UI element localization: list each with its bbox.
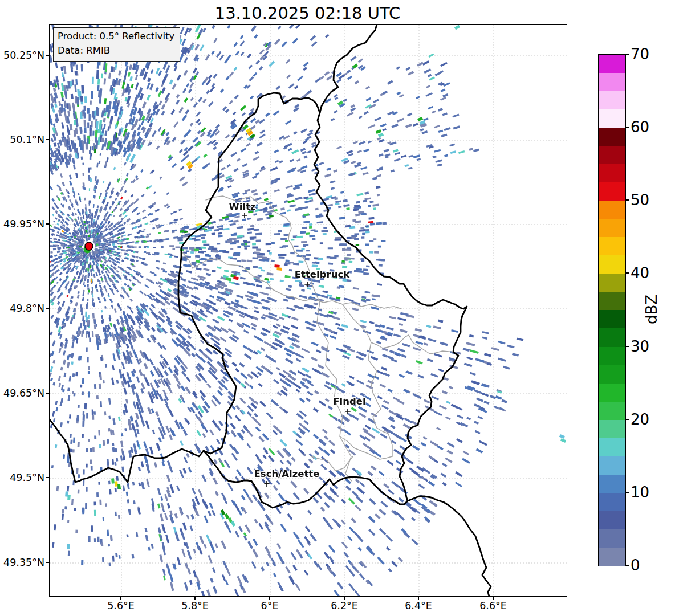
lat-tickmark [46,223,49,225]
lon-tickmark [269,597,270,600]
colorbar-segment [599,91,625,109]
lat-tickmark [46,308,49,309]
info-data-line: Data: RMIB [58,44,174,58]
colorbar-segment [599,128,625,146]
colorbar-segment [599,548,625,566]
colorbar-tickmark [625,54,629,55]
colorbar-tick-label: 0 [631,557,640,574]
colorbar-segment [599,402,625,420]
colorbar-segment [599,255,625,274]
radar-page: 13.10.2025 02:18 UTC Product: 0.5° Refle… [0,0,675,616]
lat-tickmark [46,139,49,140]
colorbar-tick-label: 60 [631,119,649,136]
colorbar-title: dBZ [643,295,660,324]
colorbar-tick-label: 50 [631,191,649,209]
lon-tickmark [493,597,494,600]
map-frame: Product: 0.5° Reflectivity Data: RMIB [49,24,567,597]
lon-tick-label: 5.8°E [181,600,209,611]
lon-tickmark [418,597,419,600]
city-marker: + [241,210,249,221]
colorbar-segment [599,292,625,310]
lat-tick-label: 50.25°N [3,50,44,61]
map-canvas [50,25,567,596]
colorbar-segment [599,109,625,128]
colorbar-segment [599,328,625,346]
city-label: Esch/Alzette [254,468,320,479]
city-label: Findel [333,396,365,407]
colorbar-tickmark [625,346,629,347]
lon-tickmark [120,597,121,600]
lat-tick-label: 49.35°N [3,557,44,568]
colorbar-segment [599,438,625,456]
colorbar-segment [599,55,625,73]
colorbar [598,54,626,566]
info-product-line: Product: 0.5° Reflectivity [58,30,174,44]
colorbar-segment [599,219,625,237]
colorbar-tickmark [625,272,629,274]
info-box: Product: 0.5° Reflectivity Data: RMIB [53,27,180,62]
colorbar-segment [599,310,625,328]
colorbar-segment [599,347,625,365]
lon-tick-label: 6.6°E [479,600,507,611]
colorbar-tickmark [625,127,629,128]
lon-tick-label: 6.2°E [331,600,358,611]
page-title: 13.10.2025 02:18 UTC [49,3,566,23]
lat-tickmark [46,55,49,56]
colorbar-segment [599,365,625,384]
colorbar-segment [599,182,625,201]
colorbar-segment [599,493,625,511]
colorbar-tickmark [625,419,629,420]
colorbar-segment [599,384,625,402]
colorbar-tick-label: 70 [631,46,649,63]
lat-tick-label: 50.1°N [10,134,44,145]
colorbar-segment [599,456,625,475]
lat-tick-label: 49.5°N [10,472,44,483]
lat-tickmark [46,393,49,394]
colorbar-tick-label: 30 [631,338,649,355]
colorbar-tick-label: 10 [631,484,649,501]
colorbar-segment [599,164,625,182]
colorbar-segment [599,274,625,292]
lat-tickmark [46,477,49,478]
colorbar-segment [599,529,625,548]
city-marker: + [304,279,311,289]
colorbar-segment [599,201,625,219]
lat-tickmark [46,562,49,563]
city-marker: + [263,479,271,489]
lat-tick-label: 49.65°N [3,387,44,399]
colorbar-segment [599,511,625,529]
colorbar-segment [599,237,625,255]
colorbar-segment [599,420,625,438]
lon-tickmark [344,597,345,600]
colorbar-segment [599,73,625,91]
city-label: Ettelbruck [295,269,349,280]
lon-tick-label: 6°E [261,600,279,611]
colorbar-segment [599,475,625,493]
colorbar-tick-label: 40 [631,264,649,282]
colorbar-segment [599,146,625,164]
colorbar-tickmark [625,199,629,201]
colorbar-tickmark [625,565,629,566]
colorbar-tickmark [625,492,629,493]
lat-tick-label: 49.8°N [10,303,44,314]
city-marker: + [344,406,352,417]
lon-tick-label: 6.4°E [405,600,432,611]
lon-tickmark [194,597,196,600]
lat-tick-label: 49.95°N [3,218,44,230]
colorbar-tick-label: 20 [631,411,649,428]
lon-tick-label: 5.6°E [107,600,135,611]
